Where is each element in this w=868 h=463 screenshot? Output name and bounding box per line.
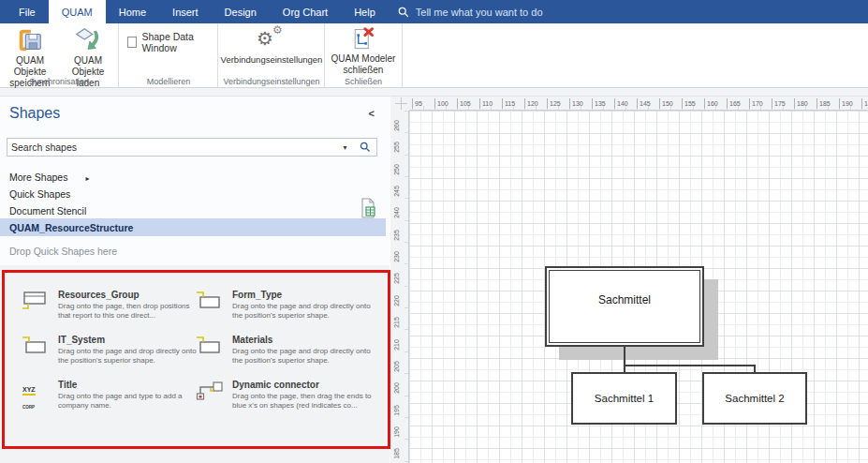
search-icon: [398, 7, 409, 18]
verbindungseinstellungen-button[interactable]: ⚙ ⚙ Verbindungseinstellungen: [219, 27, 324, 65]
shape-name: Materials: [232, 334, 380, 346]
drop-quick-shapes-hint: Drop Quick Shapes here: [9, 246, 117, 257]
ruler-h-label: 175: [772, 98, 786, 109]
ruler-h-label: 100: [434, 98, 449, 109]
ruler-corner: [390, 97, 409, 111]
tab-file[interactable]: File: [6, 0, 49, 23]
group-label-synchronisation: Synchronisation: [0, 77, 118, 86]
quam-modeler-schliessen-button[interactable]: QUAM Modeler schließen: [327, 26, 400, 76]
shape-data-window-checkbox[interactable]: Shape Data Window: [127, 31, 217, 53]
ruler-h-label: 155: [682, 98, 696, 109]
drawing-canvas[interactable]: Sachmittel Sachmittel 1 Sachmittel 2: [409, 111, 868, 463]
more-shapes-item[interactable]: More Shapes ▸: [9, 172, 89, 183]
ribbon-group-verbindungseinstellungen: ⚙ ⚙ Verbindungseinstellungen Verbindungs…: [219, 23, 325, 87]
ruler-h-label: 110: [479, 98, 493, 109]
group-label-schliessen: Schließen: [325, 77, 402, 86]
ruler-v-label: 220: [393, 291, 406, 309]
ruler-h-label: 185: [817, 98, 831, 109]
tab-design[interactable]: Design: [212, 0, 270, 23]
materials-shape-icon: [195, 334, 225, 356]
ruler-h-label: 170: [749, 98, 763, 109]
tell-me-label: Tell me what you want to do: [416, 7, 543, 18]
ruler-h-label: 150: [659, 98, 673, 109]
shape-search-box[interactable]: Search shapes ▼: [7, 138, 377, 157]
org-node-sachmittel-1[interactable]: Sachmittel 1: [571, 372, 677, 425]
stencil-shape-materials[interactable]: Materials Drag onto the page and drop di…: [195, 334, 380, 366]
ruler-v-label: 215: [393, 314, 406, 332]
close-modeler-icon: [350, 26, 376, 52]
tab-quam[interactable]: QUAM: [49, 0, 106, 23]
tell-me-search[interactable]: Tell me what you want to do: [398, 0, 543, 23]
ruler-h-label: 115: [502, 98, 515, 109]
tab-home[interactable]: Home: [106, 0, 159, 23]
connector-parent-drop[interactable]: [624, 347, 625, 373]
ruler-h-label: 105: [457, 98, 471, 109]
tab-help[interactable]: Help: [341, 0, 389, 23]
ruler-v-label: 245: [393, 183, 406, 201]
search-dropdown-caret-icon[interactable]: ▼: [342, 144, 348, 151]
ribbon-tab-bar: File QUAM Home Insert Design Org Chart H…: [0, 0, 868, 23]
org-node-sachmittel[interactable]: Sachmittel: [545, 266, 704, 347]
ruler-h-label: 190: [839, 98, 853, 109]
ruler-h-label: 160: [704, 98, 718, 109]
document-stencil-icon[interactable]: [360, 198, 376, 218]
shapes-pane: Shapes < Search shapes ▼ More Shapes ▸ Q…: [0, 97, 390, 463]
ribbon-bottom-strip: [0, 88, 868, 97]
it-system-shape-icon: [21, 334, 51, 356]
ruler-v-label: 250: [393, 160, 406, 178]
ruler-horizontal: 9510010511011512012513013514014515015516…: [409, 97, 868, 111]
shape-search-placeholder: Search shapes: [7, 142, 342, 153]
quick-shapes-item[interactable]: Quick Shapes: [9, 188, 70, 200]
ruler-v-label: 185: [393, 445, 406, 463]
collapse-pane-icon[interactable]: <: [369, 108, 375, 119]
stencil-shape-it-system[interactable]: IT_System Drag onto the page and drop di…: [21, 334, 197, 366]
search-icon[interactable]: [360, 142, 371, 153]
stencil-tab-quam-resourcestructure[interactable]: QUAM_ResourceStructure: [0, 218, 386, 236]
title-icon-xyz-text: XYZ: [22, 386, 36, 396]
ruler-h-label: 120: [524, 98, 538, 109]
ruler-v-label: 230: [393, 248, 406, 266]
more-shapes-label: More Shapes: [9, 172, 67, 183]
document-stencil-item[interactable]: Document Stencil: [9, 205, 86, 217]
button-label: QUAM Modeler schließen: [327, 53, 400, 76]
ruler-v-label: 205: [393, 357, 406, 375]
tab-insert[interactable]: Insert: [159, 0, 212, 23]
stencil-shape-title[interactable]: XYZ CORP Title Drag onto the page and ty…: [21, 379, 197, 411]
shapes-pane-title: Shapes: [9, 105, 60, 122]
group-label-modellieren: Modellieren: [120, 77, 217, 86]
ruler-vertical: 2602552502452402352302252202152102052001…: [390, 111, 409, 463]
title-icon-corp-text: CORP: [22, 405, 35, 410]
ruler-h-label: 125: [547, 98, 561, 109]
tab-org-chart[interactable]: Org Chart: [270, 0, 341, 23]
app-window: File QUAM Home Insert Design Org Chart H…: [0, 0, 868, 463]
shape-description: Drag onto the page and drop directly ont…: [232, 302, 380, 321]
stencil-shape-dynamic-connector[interactable]: Dynamic connector Drag onto the page, th…: [195, 379, 380, 411]
ribbon-group-synchronisation: QUAM Objekte speichern QUAM Objekte lade…: [0, 23, 119, 87]
shape-description: Drag onto the page and drop directly ont…: [58, 347, 197, 366]
stencil-shape-form-type[interactable]: Form_Type Drag onto the page and drop di…: [195, 289, 380, 321]
ruler-v-label: 260: [393, 117, 406, 135]
ruler-h-label: 195: [861, 98, 868, 109]
checkbox-box[interactable]: [127, 37, 137, 48]
org-node-sachmittel-2[interactable]: Sachmittel 2: [702, 372, 807, 425]
shape-description: Drag onto the page and type to add a com…: [58, 392, 197, 411]
ruler-h-label: 180: [794, 98, 808, 109]
gear-small-icon: ⚙: [272, 24, 283, 36]
ruler-v-label: 235: [393, 226, 406, 244]
node-label: Sachmittel: [598, 293, 651, 306]
connector-horizontal[interactable]: [624, 365, 756, 366]
title-shape-icon: XYZ CORP: [21, 379, 51, 401]
shape-name: Resources_Group: [58, 289, 197, 301]
shape-name: Form_Type: [232, 289, 380, 301]
dynamic-connector-shape-icon: [195, 379, 225, 401]
stencil-shape-resources-group[interactable]: Resources_Group Drag onto the page, then…: [21, 289, 197, 321]
ruler-v-label: 240: [393, 204, 406, 222]
gear-icon: ⚙: [257, 29, 273, 48]
ribbon-group-modellieren: Shape Data Window Modellieren: [120, 23, 218, 87]
shape-name: Title: [58, 379, 197, 391]
ruler-v-label: 210: [393, 336, 406, 353]
active-stencil-label: QUAM_ResourceStructure: [9, 222, 133, 233]
shape-description: Drag onto the page and drop directly ont…: [232, 347, 380, 366]
ribbon-group-schliessen: QUAM Modeler schließen Schließen: [325, 23, 403, 87]
node-label: Sachmittel 1: [595, 393, 654, 404]
